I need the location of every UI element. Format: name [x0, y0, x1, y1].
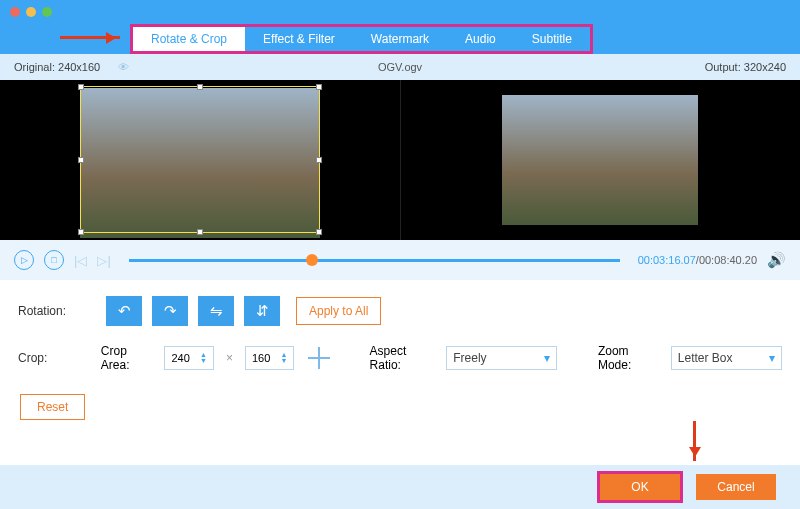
zoom-mode-select[interactable]: Letter Box▾ [671, 346, 782, 370]
rotate-left-button[interactable]: ↶ [106, 296, 142, 326]
output-thumbnail [502, 95, 698, 225]
ok-button[interactable]: OK [600, 474, 680, 500]
crop-handle[interactable] [78, 157, 84, 163]
tabs-highlight: Rotate & Crop Effect & Filter Watermark … [130, 24, 593, 54]
titlebar [0, 0, 800, 24]
crop-height-input[interactable]: ▲▼ [245, 346, 295, 370]
tab-rotate-crop[interactable]: Rotate & Crop [133, 27, 245, 51]
tab-audio[interactable]: Audio [447, 27, 514, 51]
chevron-down-icon: ▾ [769, 351, 775, 365]
time-display: 00:03:16.07/00:08:40.20 [638, 254, 757, 266]
apply-all-button[interactable]: Apply to All [296, 297, 381, 325]
rotate-right-button[interactable]: ↷ [152, 296, 188, 326]
annotation-arrow [693, 421, 696, 461]
flip-horizontal-button[interactable]: ⇋ [198, 296, 234, 326]
tab-bar: Rotate & Crop Effect & Filter Watermark … [0, 24, 800, 54]
eye-icon[interactable]: 👁 [118, 61, 129, 73]
crop-handle[interactable] [316, 84, 322, 90]
annotation-arrow [60, 36, 120, 39]
tab-subtitle[interactable]: Subtitle [514, 27, 590, 51]
stop-button[interactable]: □ [44, 250, 64, 270]
crop-label: Crop: [18, 351, 91, 365]
flip-vertical-button[interactable]: ⇵ [244, 296, 280, 326]
volume-icon[interactable]: 🔊 [767, 251, 786, 269]
rotation-label: Rotation: [18, 304, 96, 318]
aspect-ratio-select[interactable]: Freely▾ [446, 346, 557, 370]
zoom-mode-label: Zoom Mode: [598, 344, 661, 372]
aspect-ratio-label: Aspect Ratio: [370, 344, 437, 372]
crop-rectangle[interactable] [80, 86, 320, 233]
chevron-down-icon: ▾ [544, 351, 550, 365]
output-size-label: Output: 320x240 [705, 61, 786, 73]
crop-area-label: Crop Area: [101, 344, 155, 372]
seek-bar[interactable] [129, 259, 620, 262]
play-button[interactable]: ▷ [14, 250, 34, 270]
prev-frame-button[interactable]: |◁ [74, 253, 87, 268]
crop-handle[interactable] [197, 229, 203, 235]
cancel-button[interactable]: Cancel [696, 474, 776, 500]
footer: OK Cancel [0, 465, 800, 509]
original-size-label: Original: 240x160 [14, 61, 100, 73]
preview-output [400, 80, 801, 240]
crop-handle[interactable] [78, 229, 84, 235]
filename-label: OGV.ogv [378, 61, 422, 73]
crop-width-input[interactable]: ▲▼ [164, 346, 214, 370]
settings-panel: Rotation: ↶ ↷ ⇋ ⇵ Apply to All Crop: Cro… [0, 280, 800, 436]
preview-area [0, 80, 800, 240]
preview-source[interactable] [0, 80, 400, 240]
tab-effect-filter[interactable]: Effect & Filter [245, 27, 353, 51]
info-row: Original: 240x160 👁 OGV.ogv Output: 320x… [0, 54, 800, 80]
center-crop-icon[interactable] [308, 347, 329, 369]
crop-handle[interactable] [316, 157, 322, 163]
next-frame-button[interactable]: ▷| [97, 253, 110, 268]
minimize-icon[interactable] [26, 7, 36, 17]
crop-handle[interactable] [197, 84, 203, 90]
seek-knob[interactable] [306, 254, 318, 266]
crop-handle[interactable] [78, 84, 84, 90]
maximize-icon[interactable] [42, 7, 52, 17]
crop-handle[interactable] [316, 229, 322, 235]
close-icon[interactable] [10, 7, 20, 17]
playback-controls: ▷ □ |◁ ▷| 00:03:16.07/00:08:40.20 🔊 [0, 240, 800, 280]
tab-watermark[interactable]: Watermark [353, 27, 447, 51]
reset-button[interactable]: Reset [20, 394, 85, 420]
multiply-icon: × [226, 351, 233, 365]
